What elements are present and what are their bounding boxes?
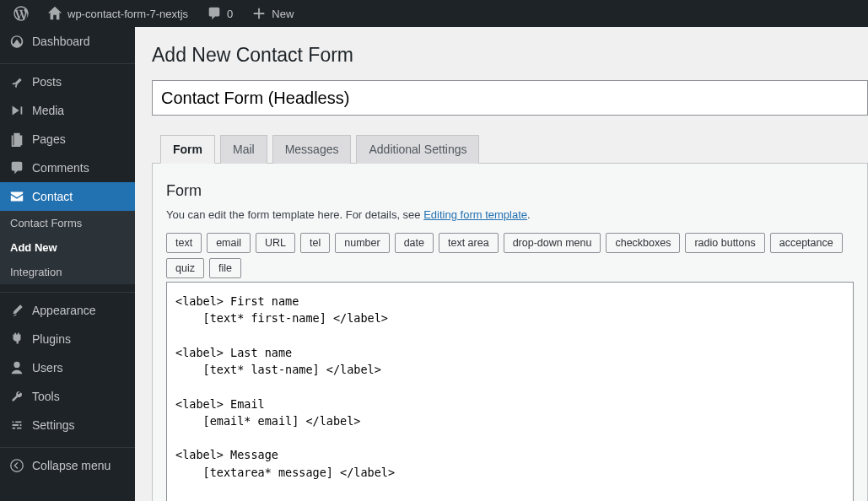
- comment-icon: [8, 160, 25, 175]
- editing-form-template-link[interactable]: Editing form template: [423, 208, 527, 221]
- sidebar-item-dashboard[interactable]: Dashboard: [0, 27, 135, 56]
- sliders-icon: [8, 418, 25, 433]
- tab-messages[interactable]: Messages: [272, 135, 352, 164]
- form-section-title: Form: [166, 182, 854, 200]
- submenu-item-add-new[interactable]: Add New: [0, 235, 135, 260]
- tag-button-date[interactable]: date: [395, 233, 434, 253]
- main-content: Add New Contact Form Form Mail Messages …: [135, 27, 868, 501]
- tag-button-text[interactable]: text: [166, 233, 202, 253]
- tab-additional-settings[interactable]: Additional Settings: [356, 135, 479, 164]
- sidebar-item-label: Tools: [32, 390, 60, 403]
- tag-button-file[interactable]: file: [209, 258, 241, 278]
- sidebar-item-label: Pages: [32, 132, 66, 146]
- sidebar-item-plugins[interactable]: Plugins: [0, 325, 135, 353]
- new-content-link[interactable]: New: [245, 0, 300, 27]
- admin-sidebar: Dashboard Posts Media Pages Comments Con…: [0, 27, 135, 501]
- sidebar-item-users[interactable]: Users: [0, 353, 135, 382]
- svg-point-0: [11, 460, 23, 471]
- sidebar-item-label: Settings: [32, 418, 75, 432]
- pin-icon: [8, 74, 25, 89]
- tag-button-textarea[interactable]: text area: [439, 233, 499, 253]
- form-hint-prefix: You can edit the form template here. For…: [166, 208, 423, 221]
- tag-button-number[interactable]: number: [335, 233, 389, 253]
- new-content-label: New: [272, 8, 294, 20]
- sidebar-item-posts[interactable]: Posts: [0, 67, 135, 96]
- sidebar-item-appearance[interactable]: Appearance: [0, 296, 135, 325]
- submenu-item-integration[interactable]: Integration: [0, 260, 135, 284]
- sidebar-item-label: Contact: [32, 190, 73, 203]
- sidebar-separator: [0, 443, 135, 448]
- tab-mail[interactable]: Mail: [220, 135, 267, 164]
- plus-icon: [251, 6, 267, 21]
- form-hint-text: You can edit the form template here. For…: [166, 208, 854, 221]
- tag-button-acceptance[interactable]: acceptance: [770, 233, 843, 253]
- sidebar-item-label: Collapse menu: [32, 459, 111, 472]
- media-icon: [8, 103, 25, 118]
- comments-count: 0: [227, 8, 233, 20]
- sidebar-separator: [0, 59, 135, 64]
- page-icon: [8, 132, 25, 147]
- sidebar-item-collapse[interactable]: Collapse menu: [0, 451, 135, 480]
- site-name-link[interactable]: wp-contact-form-7-nextjs: [40, 0, 195, 27]
- sidebar-item-tools[interactable]: Tools: [0, 382, 135, 411]
- tag-button-dropdown[interactable]: drop-down menu: [504, 233, 601, 253]
- collapse-icon: [8, 458, 25, 473]
- sidebar-item-media[interactable]: Media: [0, 96, 135, 125]
- tag-button-url[interactable]: URL: [256, 233, 295, 253]
- tag-button-email[interactable]: email: [207, 233, 251, 253]
- submenu-item-contact-forms[interactable]: Contact Forms: [0, 211, 135, 235]
- form-template-editor[interactable]: [166, 282, 854, 501]
- page-title: Add New Contact Form: [152, 44, 868, 67]
- tag-button-quiz[interactable]: quiz: [166, 258, 204, 278]
- home-icon: [47, 6, 62, 21]
- plug-icon: [8, 331, 25, 347]
- tag-button-tel[interactable]: tel: [300, 233, 330, 253]
- form-hint-suffix: .: [527, 208, 531, 221]
- sidebar-item-pages[interactable]: Pages: [0, 125, 135, 154]
- contact-submenu: Contact Forms Add New Integration: [0, 211, 135, 284]
- admin-bar: wp-contact-form-7-nextjs 0 New: [0, 0, 868, 27]
- sidebar-item-label: Appearance: [32, 304, 96, 317]
- sidebar-item-label: Comments: [32, 161, 89, 175]
- wp-logo-button[interactable]: [7, 0, 35, 27]
- sidebar-item-label: Posts: [32, 75, 62, 89]
- sidebar-item-label: Plugins: [32, 332, 71, 346]
- user-icon: [8, 360, 25, 375]
- sidebar-item-comments[interactable]: Comments: [0, 154, 135, 182]
- sidebar-item-label: Media: [32, 104, 64, 117]
- site-name-label: wp-contact-form-7-nextjs: [67, 8, 188, 20]
- brush-icon: [8, 303, 25, 318]
- gauge-icon: [8, 34, 25, 49]
- sidebar-item-label: Dashboard: [32, 35, 90, 48]
- tag-button-checkboxes[interactable]: checkboxes: [606, 233, 680, 253]
- comments-link[interactable]: 0: [200, 0, 240, 27]
- wrench-icon: [8, 389, 25, 404]
- tag-button-radio-buttons[interactable]: radio buttons: [685, 233, 764, 253]
- form-panel: Form You can edit the form template here…: [152, 164, 868, 501]
- envelope-icon: [8, 189, 25, 204]
- tabs-nav: Form Mail Messages Additional Settings: [152, 134, 868, 164]
- tag-button-row: text email URL tel number date text area…: [166, 233, 854, 278]
- form-title-input[interactable]: [152, 80, 868, 116]
- sidebar-separator: [0, 288, 135, 293]
- sidebar-item-label: Users: [32, 361, 63, 374]
- tab-form[interactable]: Form: [160, 135, 215, 164]
- sidebar-item-contact[interactable]: Contact: [0, 182, 135, 211]
- comment-bubble-icon: [207, 6, 222, 21]
- wordpress-logo-icon: [13, 6, 29, 21]
- sidebar-item-settings[interactable]: Settings: [0, 411, 135, 439]
